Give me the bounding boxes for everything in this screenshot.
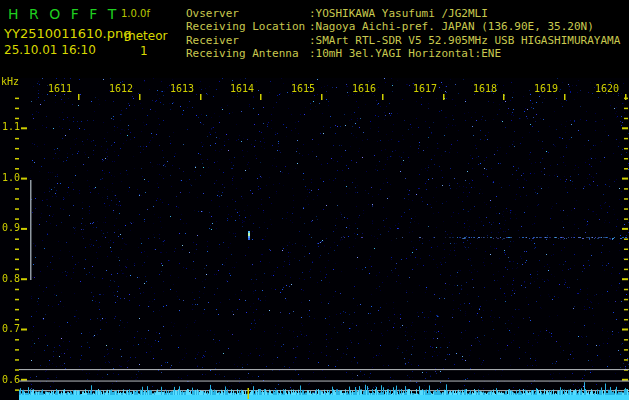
info-value: :Nagoya Aichi-pref. JAPAN (136.90E, 35.2… [309,20,594,33]
x-tick-label: 1613 [154,83,194,94]
x-tick-label: 1616 [336,83,376,94]
x-tick-label: 1617 [397,83,437,94]
y-tick-label: 1.1 [0,121,20,132]
info-label: Receiver [186,34,309,47]
info-label: Receiving Location [186,20,309,33]
page-number: 1 [140,44,148,58]
info-row-location: Receiving Location:Nagoya Aichi-pref. JA… [186,20,620,33]
info-value: :10mH 3el.YAGI Horizontal:ENE [309,47,501,60]
datetime-label: 25.10.01 16:10 [4,43,96,57]
info-row-observer: Ovserver:YOSHIKAWA Yasufumi /JG2MLI [186,7,620,20]
app-title: H R O F F T [8,6,119,22]
info-label: Receiving Antenna [186,47,309,60]
y-tick-label: 0.9 [0,222,20,233]
x-tick-label: 1615 [275,83,315,94]
info-row-receiver: Receiver:SMArt RTL-SDR V5 52.905MHz USB … [186,34,620,47]
y-tick-label: 0.6 [0,374,20,385]
observer-info-block: Ovserver:YOSHIKAWA Yasufumi /JG2MLI Rece… [186,7,620,61]
x-tick-label: 1619 [518,83,558,94]
x-tick-label: 1618 [457,83,497,94]
y-axis-unit-label: kHz [1,76,19,87]
x-tick-label: 1620 [579,83,619,94]
x-tick-label: 1614 [214,83,254,94]
info-row-antenna: Receiving Antenna:10mH 3el.YAGI Horizont… [186,47,620,60]
y-tick-label: 1.0 [0,172,20,183]
info-value: :SMArt RTL-SDR V5 52.905MHz USB HIGASHIM… [309,34,620,47]
spectrogram-canvas [0,78,629,400]
x-tick-label: 1611 [32,83,72,94]
output-filename: YY2510011610.png [4,26,131,41]
y-tick-label: 0.8 [0,273,20,284]
mode-label: meteor [124,29,167,43]
info-value: :YOSHIKAWA Yasufumi /JG2MLI [309,7,488,20]
x-tick-label: 1612 [93,83,133,94]
info-label: Ovserver [186,7,309,20]
y-tick-label: 0.7 [0,323,20,334]
app-version: 1.0.0f [121,8,150,19]
